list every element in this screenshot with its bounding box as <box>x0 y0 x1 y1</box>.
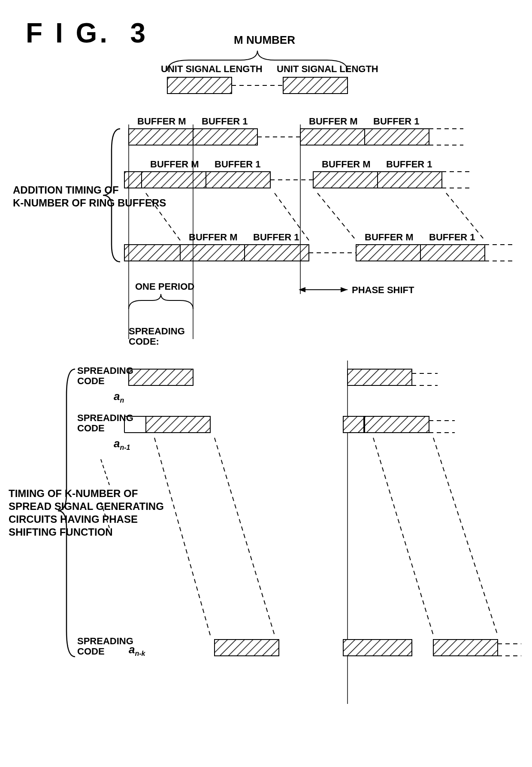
svg-line-48 <box>373 438 433 635</box>
buffer-m-label: BUFFER M <box>189 232 238 243</box>
svg-rect-39 <box>365 416 429 433</box>
unit-signal-box-left <box>167 77 232 94</box>
buffer-1-label: BUFFER 1 <box>215 159 261 170</box>
spreading-code-label-an1: SPREADING CODE <box>77 413 133 434</box>
unit-signal-length-left: UNIT SIGNAL LENGTH <box>161 64 263 75</box>
an-symbol: an <box>114 390 124 404</box>
group1-label-line1: ADDITION TIMING OF <box>13 184 119 196</box>
svg-rect-52 <box>215 640 279 656</box>
svg-rect-40 <box>343 416 364 433</box>
spreading-code-label-an: SPREADING CODE <box>77 366 133 386</box>
spreading-code-label-ank: SPREADING CODE <box>77 636 133 657</box>
spreading-row-ank <box>215 640 521 656</box>
svg-line-50 <box>101 459 109 485</box>
spreading-row-an1 <box>124 416 455 433</box>
group2-label: TIMING OF K-NUMBER OF SPREAD SIGNAL GENE… <box>9 487 164 539</box>
svg-rect-34 <box>129 369 193 385</box>
buffer-m-label: BUFFER M <box>137 116 186 127</box>
one-period-label: ONE PERIOD <box>135 281 194 292</box>
svg-rect-38 <box>146 416 210 433</box>
spreading-row-an <box>129 369 438 385</box>
buffer-m-label: BUFFER M <box>150 159 199 170</box>
buffer-1-label: BUFFER 1 <box>202 116 248 127</box>
an1-symbol: an-1 <box>114 437 130 452</box>
one-period-brace <box>129 294 193 309</box>
svg-rect-54 <box>343 640 412 656</box>
ank-symbol: an-k <box>129 643 145 658</box>
svg-line-20 <box>317 193 356 240</box>
buffer-m-label: BUFFER M <box>365 232 414 243</box>
group2-label-line3: CIRCUITS HAVING PHASE <box>9 513 138 525</box>
svg-line-49 <box>433 438 498 635</box>
buffer-1-label: BUFFER 1 <box>253 232 299 243</box>
buffer-1-label: BUFFER 1 <box>386 159 432 170</box>
svg-rect-53 <box>433 640 498 656</box>
svg-rect-23 <box>124 245 180 261</box>
buffer-1-label: BUFFER 1 <box>373 116 420 127</box>
ring-buffer-row-k <box>124 245 515 261</box>
unit-signal-box-right <box>283 77 348 94</box>
phase-shift-label: PHASE SHIFT <box>352 285 414 296</box>
group2-label-line4: SHIFTING FUNCTION <box>9 526 113 538</box>
ring-buffer-row-1 <box>129 129 463 145</box>
group1-label-line2: K-NUMBER OF RING BUFFERS <box>13 197 166 209</box>
spreading-code-inline: SPREADING CODE: <box>129 326 185 347</box>
group2-label-line2: SPREAD SIGNAL GENERATING <box>9 500 164 512</box>
figure-title: F I G. 3 <box>26 17 148 49</box>
buffer-m-label: BUFFER M <box>322 159 371 170</box>
svg-rect-35 <box>348 369 412 385</box>
m-number-label: M NUMBER <box>234 33 295 47</box>
ring-buffer-row-2 <box>124 172 472 188</box>
unit-signal-length-right: UNIT SIGNAL LENGTH <box>277 64 378 75</box>
buffer-m-label: BUFFER M <box>309 116 358 127</box>
group1-label: ADDITION TIMING OF K-NUMBER OF RING BUFF… <box>13 184 166 209</box>
group2-label-line1: TIMING OF K-NUMBER OF <box>9 488 138 499</box>
svg-line-47 <box>215 438 275 635</box>
buffer-1-label: BUFFER 1 <box>429 232 475 243</box>
